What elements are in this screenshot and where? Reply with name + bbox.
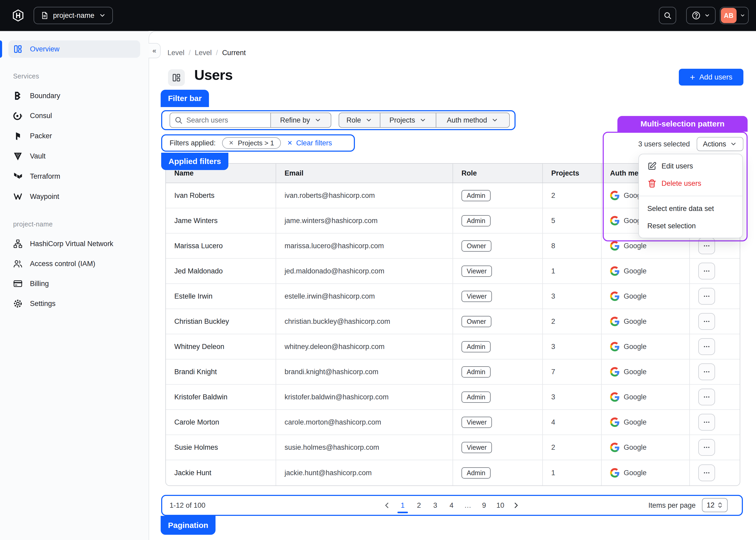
plus-icon: +: [690, 73, 695, 81]
cell-name: Kristofer Baldwin: [166, 385, 276, 409]
search-users-input[interactable]: Search users: [170, 113, 271, 128]
menu-item-label: Select entire data set: [647, 205, 714, 213]
table-row: Estelle Irwinestelle.irwin@hashicorp.com…: [166, 284, 740, 309]
global-search-button[interactable]: [659, 7, 676, 24]
ellipsis-icon: [703, 418, 710, 426]
cell-auth-method: Google: [601, 410, 689, 435]
sidebar-item-label: Packer: [30, 132, 52, 140]
sidebar-item-terraform[interactable]: Terraform: [8, 168, 140, 185]
help-menu-button[interactable]: [686, 7, 715, 24]
role-badge: Admin: [461, 190, 491, 201]
cell-auth-method: Google: [601, 259, 689, 283]
cell-email: ivan.roberts@hashicorp.com: [276, 183, 453, 208]
sidebar-item-boundary[interactable]: Boundary: [8, 87, 140, 104]
filter-dropdown-auth-method[interactable]: Auth method: [436, 113, 509, 127]
cell-auth-method: Google: [601, 435, 689, 460]
sidebar-item-consul[interactable]: Consul: [8, 107, 140, 125]
cell-name: Marissa Lucero: [166, 233, 276, 258]
table-row: Jed Maldonadojed.maldonado@hashicorp.com…: [166, 259, 740, 284]
next-page-button[interactable]: [512, 501, 520, 509]
previous-page-button[interactable]: [383, 501, 391, 509]
menu-item-delete-users[interactable]: Delete users: [639, 175, 742, 192]
row-menu-button[interactable]: [698, 363, 715, 380]
sidebar-item-label: Waypoint: [30, 193, 59, 201]
page-button-1[interactable]: 1: [398, 501, 407, 509]
actions-label: Actions: [703, 140, 726, 148]
annotation-multi-selection: Multi-selection pattern: [617, 116, 748, 132]
stepper-chevrons-icon: [717, 501, 723, 509]
row-menu-button[interactable]: [698, 288, 715, 305]
page-button-9[interactable]: 9: [479, 501, 489, 509]
sidebar: Overview Services BoundaryConsulPackerVa…: [0, 31, 149, 540]
clear-filters-label: Clear filters: [296, 139, 332, 147]
sidebar-item-overview[interactable]: Overview: [8, 41, 140, 58]
google-icon: [610, 342, 620, 351]
consul-icon: [13, 111, 23, 121]
row-menu-button[interactable]: [698, 263, 715, 279]
search-placeholder: Search users: [186, 116, 228, 124]
cell-projects: 5: [542, 208, 601, 233]
filter-dropdown-projects[interactable]: Projects: [380, 113, 436, 127]
clear-filters-link[interactable]: ✕ Clear filters: [287, 139, 332, 147]
row-menu-button[interactable]: [698, 414, 715, 431]
row-menu-button[interactable]: [698, 439, 715, 456]
sidebar-item-packer[interactable]: Packer: [8, 128, 140, 145]
auth-method-label: Google: [624, 469, 647, 477]
gear-icon: [13, 299, 23, 308]
account-menu-button[interactable]: AB: [720, 7, 749, 24]
menu-divider: [639, 196, 742, 196]
sidebar-item-billing[interactable]: Billing: [8, 275, 140, 292]
cell-projects: 8: [542, 233, 601, 258]
sidebar-item-waypoint[interactable]: Waypoint: [8, 188, 140, 205]
row-menu-button[interactable]: [698, 389, 715, 405]
page-button-10[interactable]: 10: [496, 501, 505, 509]
ellipsis-icon: [703, 343, 710, 350]
actions-menu: Edit usersDelete usersSelect entire data…: [638, 154, 743, 238]
cell-actions: [689, 385, 740, 409]
cell-projects: 3: [542, 334, 601, 359]
filter-chip-projects[interactable]: ✕ Projects > 1: [222, 137, 281, 149]
cell-role: Viewer: [453, 259, 542, 283]
cell-name: Jame Winters: [166, 208, 276, 233]
help-icon: [691, 11, 701, 20]
search-icon: [663, 11, 672, 20]
row-menu-button[interactable]: [698, 237, 715, 254]
page-button-2[interactable]: 2: [414, 501, 424, 509]
refine-by-dropdown[interactable]: Refine by: [270, 113, 331, 128]
sidebar-item-settings[interactable]: Settings: [8, 295, 140, 312]
breadcrumb-item-level[interactable]: Level: [168, 49, 185, 57]
auth-method-label: Google: [624, 368, 647, 376]
sidebar-item-hashicorp-virtual-network[interactable]: HashiCorp Virtual Network: [8, 235, 140, 252]
row-menu-button[interactable]: [698, 338, 715, 355]
google-icon: [610, 241, 620, 251]
row-menu-button[interactable]: [698, 313, 715, 330]
cell-projects: 2: [542, 435, 601, 460]
menu-item-edit-users[interactable]: Edit users: [639, 157, 742, 175]
cell-role: Admin: [453, 385, 542, 409]
page-button-4[interactable]: 4: [447, 501, 456, 509]
items-per-page-stepper[interactable]: 12: [702, 498, 728, 512]
grid-icon: [13, 44, 23, 54]
sidebar-item-vault[interactable]: Vault: [8, 147, 140, 165]
sidebar-item-access-control-iam[interactable]: Access control (IAM): [8, 255, 140, 272]
remove-filter-icon[interactable]: ✕: [229, 140, 233, 146]
cell-projects: 2: [542, 309, 601, 334]
breadcrumb-item-level[interactable]: Level: [195, 49, 212, 57]
project-switcher[interactable]: project-name: [34, 7, 113, 24]
actions-dropdown-button[interactable]: Actions: [697, 137, 743, 151]
menu-item-reset-selection[interactable]: Reset selection: [639, 217, 742, 234]
grid-icon: [172, 73, 181, 82]
sidebar-collapse-button[interactable]: «: [149, 43, 161, 58]
menu-item-select-entire-data-set[interactable]: Select entire data set: [639, 200, 742, 217]
cell-name: Jed Maldonado: [166, 259, 276, 283]
cell-email: whitney.deleon@hashicorp.com: [276, 334, 453, 359]
page-button-3[interactable]: 3: [430, 501, 440, 509]
cell-email: carole.morton@hashicorp.com: [276, 410, 453, 435]
filter-dropdown-role[interactable]: Role: [339, 113, 380, 127]
cell-projects: 2: [542, 183, 601, 208]
cell-name: Jackie Hunt: [166, 460, 276, 485]
chevron-left-icon: [383, 501, 391, 509]
add-users-button[interactable]: + Add users: [679, 69, 743, 85]
annotation-pagination: Pagination: [161, 516, 216, 535]
row-menu-button[interactable]: [698, 465, 715, 481]
